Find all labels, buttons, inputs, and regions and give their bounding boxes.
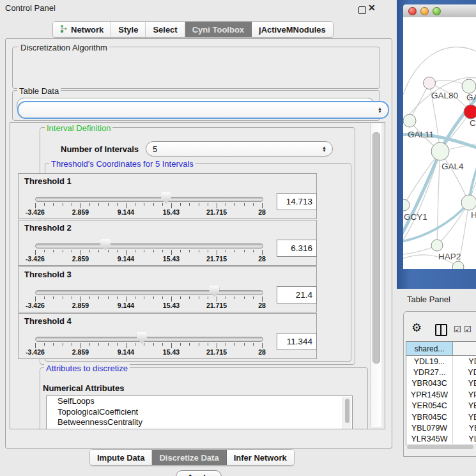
threshold-label: Threshold 2 (24, 223, 72, 233)
tick-mark (72, 203, 72, 206)
slider-track[interactable] (35, 337, 263, 342)
number-of-intervals-combo[interactable]: 5 ▲▼ (146, 141, 333, 157)
apply-button[interactable]: Apply (176, 470, 222, 476)
table-row[interactable]: YBR045CYBR0 (406, 411, 476, 422)
tick-mark (35, 250, 36, 255)
tick-mark (53, 296, 54, 299)
slider-ticks (35, 343, 262, 349)
column-header-2[interactable]: n (453, 342, 476, 355)
network-node[interactable] (431, 142, 449, 160)
threshold-panel: Threshold 3-3.4262.8599.14415.4321.71528… (18, 266, 317, 312)
tab-discretize-data[interactable]: Discretize Data (152, 450, 226, 465)
threshold-value-field[interactable]: 6.316 (277, 240, 317, 257)
settings-vertical-scrollbar[interactable] (370, 123, 381, 427)
slider-thumb[interactable] (161, 192, 171, 204)
scrollbar-thumb[interactable] (407, 445, 473, 449)
close-traffic-light[interactable] (408, 7, 417, 15)
slider-track[interactable] (35, 290, 263, 295)
threshold-panel: Threshold 2-3.4262.8599.14415.4321.71528… (18, 220, 317, 266)
column-header-1[interactable]: shared... (406, 342, 453, 355)
threshold-panel: Threshold 4-3.4262.8599.14415.4321.71528… (18, 313, 317, 359)
numerical-attributes-list[interactable]: SelfLoopsTopologicalCoefficientBetweenne… (46, 395, 353, 429)
threshold-value-field[interactable]: 11.344 (277, 333, 317, 350)
tab-jactivemnodules[interactable]: jActiveMNodules (252, 22, 333, 37)
tab-network[interactable]: Network (53, 22, 111, 37)
table-row[interactable]: YBR043CYBR0 (406, 378, 476, 389)
slider-thumb[interactable] (137, 332, 147, 344)
slider-track[interactable] (35, 197, 263, 202)
table-row[interactable]: YDR27...YDR2 (406, 367, 476, 378)
algorithm-combo[interactable]: ▲▼ (17, 101, 389, 119)
network-node-label: HAP2 (438, 252, 461, 261)
tick-label: -3.426 (26, 255, 45, 263)
tick-mark (108, 296, 109, 299)
network-node[interactable] (464, 105, 476, 119)
float-window-icon[interactable] (358, 6, 366, 14)
attribute-list-item[interactable]: BetweennessCentrality (47, 417, 352, 428)
tick-mark (189, 343, 190, 346)
tick-label: 21.715 (206, 348, 227, 356)
scrollbar-thumb[interactable] (372, 132, 380, 364)
network-node-label: GCY1 (404, 212, 427, 222)
tick-mark (144, 250, 144, 252)
combo-stepper-icon: ▲▼ (322, 142, 326, 156)
threshold-value-field[interactable]: 14.713 (277, 193, 317, 210)
network-node[interactable] (461, 195, 476, 210)
split-columns-icon[interactable] (435, 324, 447, 336)
tick-label: 28 (258, 255, 266, 263)
network-window-titlebar[interactable] (403, 4, 476, 18)
table-row[interactable]: YER054CYER0 (406, 401, 476, 411)
network-node[interactable] (403, 114, 416, 127)
slider-track[interactable] (35, 243, 263, 249)
slider-thumb[interactable] (209, 286, 219, 297)
tick-label: 28 (258, 302, 266, 309)
close-icon[interactable]: ✕ (368, 3, 376, 13)
tab-select[interactable]: Select (146, 22, 185, 37)
threshold-panel: Threshold 1-3.4262.8599.14415.4321.71528… (18, 173, 317, 219)
table-row[interactable]: YLR345WYLR3 (406, 434, 476, 445)
network-canvas[interactable]: GAL80GACGAL11GAL4GCY1HHAP2 (403, 17, 476, 269)
tick-label: 15.43 (163, 255, 180, 263)
tick-label: -3.426 (26, 348, 45, 356)
thresholds-group-title: Threshold's Coordinates for 5 Intervals (49, 159, 196, 169)
tab-impute-data[interactable]: Impute Data (90, 450, 152, 465)
network-node[interactable] (403, 199, 410, 211)
checkbox-icon[interactable]: ☑ (454, 325, 461, 334)
checkbox-icon[interactable]: ☑ (464, 325, 472, 334)
minimize-traffic-light[interactable] (420, 7, 429, 15)
gear-icon[interactable]: ⚙ (411, 322, 422, 334)
tick-mark (53, 250, 54, 252)
table-panel-title: Table Panel (407, 295, 450, 304)
tab-label: Impute Data (97, 453, 144, 463)
network-node[interactable] (462, 79, 476, 93)
tick-mark (89, 343, 90, 346)
tick-label: 9.144 (118, 348, 134, 356)
table-row[interactable]: YPR145WYPR1 (406, 389, 476, 400)
tick-mark (234, 296, 235, 299)
attribute-list-item[interactable]: TopologicalCoefficient (47, 407, 352, 418)
attributes-list-scrollbar[interactable] (342, 397, 351, 429)
table-horizontal-scrollbar[interactable] (406, 444, 475, 450)
table-cell: YBR043C (406, 378, 453, 389)
tick-mark (81, 250, 81, 255)
tab-label: Style (118, 25, 138, 35)
tick-mark (199, 343, 199, 346)
tick-label: 9.144 (118, 255, 134, 263)
network-node[interactable] (431, 240, 443, 251)
tick-mark (162, 203, 163, 206)
network-node[interactable] (424, 77, 436, 89)
threshold-value-field[interactable]: 21.4 (277, 286, 317, 303)
attribute-list-item[interactable]: SelfLoops (47, 396, 352, 407)
table-row[interactable]: YDL19...YDL1 (406, 356, 476, 367)
network-node[interactable] (452, 261, 464, 269)
slider-thumb[interactable] (100, 239, 111, 250)
number-of-intervals-value: 5 (153, 144, 157, 154)
node-attribute-table[interactable]: shared...n YDL19...YDL1YDR27...YDR2YBR04… (406, 341, 476, 445)
zoom-traffic-light[interactable] (433, 7, 441, 15)
tab-infer-network[interactable]: Infer Network (227, 450, 294, 465)
table-row[interactable]: YBL079WYBL0 (406, 422, 476, 433)
tab-cyni-toolbox[interactable]: Cyni Toolbox (185, 22, 252, 37)
tick-mark (35, 203, 36, 208)
tab-style[interactable]: Style (111, 22, 146, 37)
tick-label: 2.859 (72, 208, 89, 216)
